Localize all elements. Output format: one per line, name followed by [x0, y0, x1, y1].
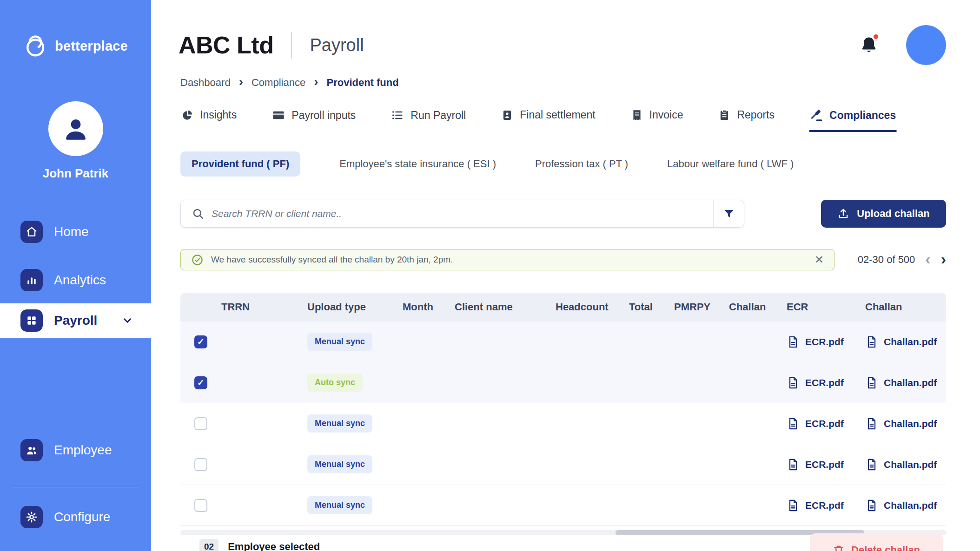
- pdf-file-icon: [787, 458, 800, 471]
- check-icon: ✓: [197, 336, 205, 347]
- breadcrumb-item-current[interactable]: Provident fund: [326, 77, 398, 89]
- challan-pdf-link[interactable]: Challan.pdf: [865, 417, 946, 430]
- challan-file-name: Challan.pdf: [884, 377, 937, 388]
- table-row: ✓ Menual sync ECR.pdf Challan.pdf: [180, 321, 946, 362]
- list-icon: [391, 109, 404, 122]
- sidebar: betterplace John Patrik Home Analytics: [0, 0, 151, 551]
- column-total: Total: [629, 301, 674, 313]
- pdf-file-icon: [865, 417, 878, 430]
- clipboard-icon: [718, 109, 730, 121]
- sidebar-item-payroll[interactable]: Payroll: [0, 303, 151, 338]
- subtab-esi[interactable]: Employee's state insurance ( ESI ): [339, 151, 496, 177]
- upload-type-badge: Menual sync: [307, 414, 372, 433]
- company-title: ABC Ltd: [179, 31, 273, 59]
- column-month: Month: [403, 301, 455, 313]
- upload-type-badge: Menual sync: [307, 455, 372, 473]
- sidebar-item-analytics[interactable]: Analytics: [0, 263, 151, 297]
- tab-label: Compliances: [829, 109, 896, 122]
- row-checkbox[interactable]: [194, 417, 207, 430]
- sidebar-item-configure[interactable]: Configure: [0, 500, 151, 534]
- row-checkbox[interactable]: [194, 458, 207, 471]
- gear-icon: [20, 506, 43, 528]
- challan-pdf-link[interactable]: Challan.pdf: [865, 499, 946, 512]
- close-icon[interactable]: ✕: [814, 254, 824, 265]
- subtab-profession-tax[interactable]: Profession tax ( PT ): [535, 151, 628, 177]
- challan-pdf-link[interactable]: Challan.pdf: [865, 458, 946, 471]
- tab-run-payroll[interactable]: Run Payroll: [390, 106, 467, 132]
- chevron-right-icon[interactable]: ›: [941, 251, 946, 267]
- upload-challan-label: Upload challan: [857, 208, 929, 220]
- sidebar-item-employee[interactable]: Employee: [0, 433, 151, 467]
- column-client-name: Client name: [455, 301, 556, 313]
- row-checkbox[interactable]: [194, 499, 207, 512]
- user-profile: John Patrik: [0, 101, 151, 181]
- brand-logo: betterplace: [22, 33, 128, 59]
- subtab-lwf[interactable]: Labour welfare fund ( LWF ): [667, 151, 794, 177]
- delete-challan-button[interactable]: Delete challan: [810, 533, 943, 551]
- notification-bell-icon[interactable]: [859, 35, 879, 55]
- search-bar: [180, 200, 744, 228]
- upload-challan-button[interactable]: Upload challan: [821, 200, 946, 228]
- tab-insights[interactable]: Insights: [180, 106, 238, 131]
- app-window: betterplace John Patrik Home Analytics: [0, 0, 980, 551]
- column-pmrpy: PMRPY: [674, 301, 729, 313]
- column-upload-type: Upload type: [307, 301, 403, 313]
- pdf-file-icon: [787, 417, 800, 430]
- check-icon: ✓: [197, 377, 205, 388]
- tab-label: Payroll inputs: [291, 109, 356, 122]
- challan-pdf-link[interactable]: Challan.pdf: [865, 376, 946, 389]
- chevron-left-icon[interactable]: ‹: [925, 251, 930, 267]
- selected-count-badge: 02: [199, 539, 219, 551]
- tab-invoice[interactable]: Invoice: [630, 106, 684, 131]
- subtab-provident-fund[interactable]: Provident fund ( PF): [180, 151, 300, 177]
- ecr-file-name: ECR.pdf: [805, 500, 844, 511]
- pdf-file-icon: [787, 499, 800, 512]
- tab-final-settlement[interactable]: Final settlement: [500, 106, 596, 131]
- card-icon: [272, 109, 285, 122]
- filter-button[interactable]: [713, 200, 744, 227]
- ecr-pdf-link[interactable]: ECR.pdf: [787, 376, 865, 389]
- upload-icon: [837, 208, 849, 220]
- module-tabs: Insights Payroll inputs Run Payroll Fina…: [180, 106, 897, 132]
- search-input[interactable]: [212, 208, 702, 219]
- challan-pdf-link[interactable]: Challan.pdf: [865, 335, 946, 348]
- sidebar-item-home[interactable]: Home: [0, 215, 151, 249]
- table-row: Menual sync ECR.pdf Challan.pdf: [180, 444, 946, 485]
- receipt-icon: [631, 109, 643, 121]
- user-avatar[interactable]: [48, 101, 103, 156]
- breadcrumb: Dashboard › Compliance › Provident fund: [180, 77, 399, 89]
- trash-icon: [833, 544, 845, 551]
- column-trrn: TRRN: [221, 301, 307, 313]
- tab-label: Invoice: [649, 109, 683, 121]
- ecr-pdf-link[interactable]: ECR.pdf: [787, 499, 865, 512]
- row-checkbox[interactable]: ✓: [194, 376, 207, 389]
- ecr-pdf-link[interactable]: ECR.pdf: [787, 458, 865, 471]
- pdf-file-icon: [865, 458, 878, 471]
- challan-file-name: Challan.pdf: [884, 418, 937, 429]
- profile-avatar[interactable]: [906, 25, 946, 65]
- challan-file-name: Challan.pdf: [884, 336, 937, 348]
- tab-payroll-inputs[interactable]: Payroll inputs: [271, 106, 357, 132]
- ecr-pdf-link[interactable]: ECR.pdf: [787, 417, 865, 430]
- pdf-file-icon: [865, 499, 878, 512]
- tab-compliances[interactable]: Compliances: [809, 106, 897, 132]
- main-content: ABC Ltd Payroll Dashboard › Compliance ›…: [151, 0, 980, 551]
- tab-reports[interactable]: Reports: [717, 106, 775, 131]
- sidebar-item-label: Analytics: [54, 273, 106, 288]
- ecr-pdf-link[interactable]: ECR.pdf: [787, 335, 865, 348]
- row-checkbox[interactable]: ✓: [194, 335, 207, 348]
- pdf-file-icon: [787, 376, 800, 389]
- breadcrumb-item-compliance[interactable]: Compliance: [252, 77, 305, 89]
- notification-dot: [873, 33, 879, 40]
- header-actions: [859, 25, 946, 65]
- challan-file-name: Challan.pdf: [884, 500, 937, 511]
- chevron-right-icon: ›: [239, 75, 243, 88]
- betterplace-logo-icon: [22, 33, 47, 59]
- pdf-file-icon: [865, 335, 878, 348]
- person-card-icon: [501, 109, 513, 121]
- delete-challan-label: Delete challan: [851, 544, 920, 551]
- table-row: Menual sync ECR.pdf Challan.pdf: [180, 403, 946, 444]
- breadcrumb-item-dashboard[interactable]: Dashboard: [180, 77, 231, 89]
- upload-type-badge: Menual sync: [307, 333, 372, 351]
- selected-label: Employee selected: [228, 541, 320, 551]
